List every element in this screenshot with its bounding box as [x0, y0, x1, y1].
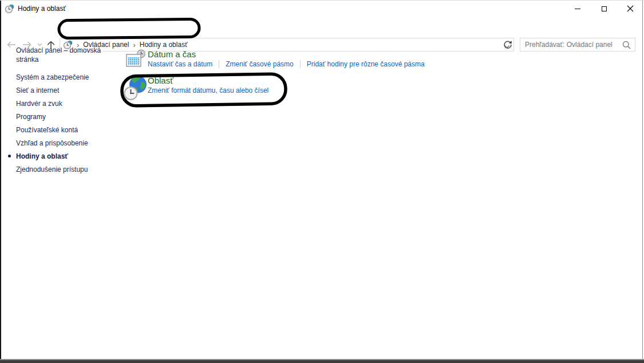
sidebar-item-appearance[interactable]: Vzhľad a prispôsobenie: [16, 139, 114, 148]
sidebar-item-user-accounts[interactable]: Používateľské kontá: [16, 125, 114, 135]
window-title: Hodiny a oblasť: [18, 5, 66, 13]
breadcrumb-chevron[interactable]: ›: [133, 41, 135, 49]
sidebar: Ovládací panel – domovská stránka Systém…: [16, 46, 114, 178]
sidebar-item-programs[interactable]: Programy: [16, 112, 114, 121]
search-box: [520, 38, 635, 52]
search-icon[interactable]: [622, 41, 631, 49]
section-title-date-time[interactable]: Dátum a čas: [148, 49, 196, 59]
sidebar-item-home[interactable]: Ovládací panel – domovská stránka: [16, 46, 114, 64]
taskbar-edge: [0, 359, 644, 363]
window-border: [642, 0, 643, 359]
control-panel-window: Hodiny a oblasť: [0, 0, 644, 363]
maximize-icon: [602, 6, 607, 11]
sidebar-item-hardware-sound[interactable]: Hardvér a zvuk: [16, 99, 114, 108]
link-change-formats[interactable]: Zmeniť formát dátumu, času alebo čísel: [148, 86, 268, 94]
close-icon: [627, 5, 634, 12]
link-set-time-date[interactable]: Nastaviť čas a dátum: [148, 60, 212, 68]
refresh-icon: [503, 40, 512, 49]
link-change-timezone[interactable]: Zmeniť časové pásmo: [226, 60, 294, 68]
back-arrow-icon: [6, 41, 16, 48]
search-input[interactable]: [520, 39, 622, 50]
maximize-button[interactable]: [591, 0, 617, 17]
breadcrumb-clock-region[interactable]: Hodiny a oblasť: [140, 41, 188, 49]
link-separator: [300, 60, 301, 68]
minimize-icon: [575, 9, 580, 9]
sidebar-item-clock-region[interactable]: Hodiny a oblasť: [16, 152, 114, 161]
link-add-clocks[interactable]: Pridať hodiny pre rôzne časové pásma: [307, 60, 425, 68]
section-title-region[interactable]: Oblasť: [148, 76, 173, 85]
link-separator: [219, 60, 219, 68]
sidebar-item-system-security[interactable]: Systém a zabezpečenie: [16, 73, 114, 82]
date-time-links: Nastaviť čas a dátum Zmeniť časové pásmo…: [148, 60, 425, 68]
window-border: [0, 0, 644, 1]
close-button[interactable]: [617, 0, 643, 17]
globe-clock-icon[interactable]: [124, 75, 148, 101]
clock-region-icon: [5, 4, 14, 13]
navigation-bar: › Ovládací panel › Hodiny a oblasť: [0, 17, 644, 38]
window-controls: [564, 0, 643, 17]
sidebar-item-network-internet[interactable]: Sieť a internet: [16, 86, 114, 95]
sidebar-item-ease-of-access[interactable]: Zjednodušenie prístupu: [16, 165, 114, 174]
sidebar-item-label: Hodiny a oblasť: [16, 152, 68, 160]
region-links: Zmeniť formát dátumu, času alebo čísel: [148, 86, 268, 94]
window-border: [0, 0, 1, 359]
active-bullet-icon: [8, 155, 11, 157]
refresh-button[interactable]: [501, 38, 514, 51]
back-button[interactable]: [5, 38, 17, 52]
calendar-clock-icon[interactable]: [126, 49, 146, 69]
minimize-button[interactable]: [564, 0, 591, 17]
title-bar: Hodiny a oblasť: [0, 0, 644, 17]
